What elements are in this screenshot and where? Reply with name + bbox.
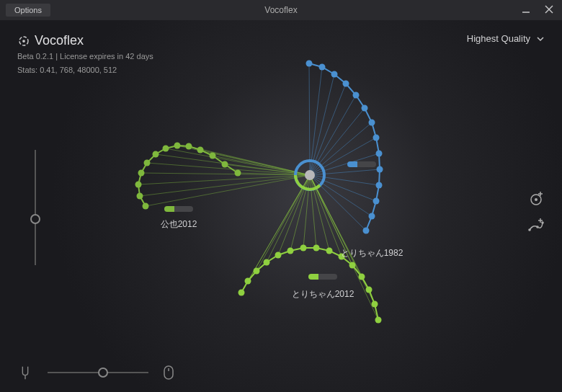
tuning-fork-icon[interactable]: [17, 365, 33, 380]
main-canvas[interactable]: Vocoflex Beta 0.2.1 | License expires in…: [0, 20, 562, 392]
svg-point-28: [135, 182, 142, 188]
svg-point-95: [528, 228, 531, 231]
close-icon: [544, 4, 554, 14]
mouse-icon[interactable]: [163, 365, 174, 380]
svg-line-31: [309, 63, 310, 175]
svg-point-25: [153, 151, 159, 158]
cluster-pill[interactable]: [308, 274, 337, 280]
svg-point-97: [541, 221, 544, 224]
svg-point-45: [306, 61, 313, 67]
svg-line-37: [310, 122, 372, 175]
cluster-pill[interactable]: [347, 161, 376, 167]
options-button[interactable]: Options: [6, 4, 50, 17]
cluster-pill[interactable]: [164, 206, 193, 212]
svg-point-47: [331, 71, 338, 78]
svg-line-60: [248, 175, 310, 281]
svg-point-92: [535, 198, 538, 201]
svg-point-23: [174, 143, 181, 149]
add-node-tool[interactable]: [527, 190, 545, 207]
close-button[interactable]: [542, 4, 556, 17]
svg-point-53: [376, 151, 383, 157]
svg-point-56: [373, 198, 380, 205]
svg-point-51: [369, 120, 375, 126]
svg-point-55: [376, 182, 383, 189]
add-path-icon: [527, 217, 545, 234]
svg-line-72: [310, 175, 375, 304]
svg-point-75: [245, 278, 251, 285]
svg-line-61: [257, 175, 310, 271]
svg-point-26: [144, 160, 151, 166]
svg-point-81: [313, 245, 320, 251]
svg-point-80: [300, 245, 307, 251]
vertical-slider[interactable]: [35, 150, 36, 265]
minimize-icon: [521, 4, 531, 14]
svg-point-22: [186, 143, 192, 150]
svg-point-46: [319, 64, 326, 71]
svg-point-27: [138, 170, 145, 177]
vertical-slider-thumb[interactable]: [30, 214, 40, 224]
svg-point-19: [222, 161, 228, 168]
titlebar: Options Vocoflex: [0, 0, 562, 20]
svg-line-40: [310, 169, 380, 175]
horizontal-slider[interactable]: [48, 372, 148, 373]
svg-point-82: [326, 248, 333, 254]
svg-point-57: [369, 213, 375, 220]
svg-point-78: [275, 252, 282, 259]
svg-point-88: [375, 317, 382, 324]
minimize-button[interactable]: [519, 4, 533, 17]
svg-point-87: [372, 301, 378, 308]
svg-rect-100: [164, 366, 173, 379]
add-node-icon: [527, 190, 545, 207]
svg-line-44: [310, 175, 366, 231]
add-path-tool[interactable]: [527, 217, 545, 234]
svg-point-18: [235, 170, 241, 177]
svg-point-54: [377, 166, 383, 173]
svg-point-79: [287, 248, 294, 254]
svg-point-84: [349, 262, 356, 269]
svg-point-83: [339, 254, 345, 260]
svg-point-90: [305, 170, 315, 180]
svg-point-29: [137, 193, 143, 200]
svg-point-96: [536, 226, 539, 228]
svg-point-77: [264, 259, 270, 266]
svg-point-52: [373, 135, 380, 141]
svg-point-50: [362, 105, 368, 112]
svg-point-48: [343, 81, 349, 87]
svg-point-49: [353, 92, 360, 99]
svg-line-73: [310, 175, 378, 320]
svg-point-20: [210, 153, 216, 159]
bottom-toolbar: [17, 365, 174, 380]
svg-point-85: [359, 274, 365, 280]
svg-point-21: [197, 147, 204, 153]
svg-point-86: [366, 287, 373, 293]
svg-line-16: [140, 175, 310, 196]
svg-point-76: [254, 268, 260, 275]
svg-point-30: [143, 203, 149, 210]
svg-point-58: [363, 228, 370, 234]
window-title: Vocoflex: [264, 5, 297, 15]
svg-point-74: [238, 290, 245, 296]
horizontal-slider-thumb[interactable]: [98, 368, 108, 378]
svg-line-38: [310, 138, 376, 175]
voice-graph[interactable]: [0, 20, 562, 392]
svg-point-24: [163, 146, 169, 152]
